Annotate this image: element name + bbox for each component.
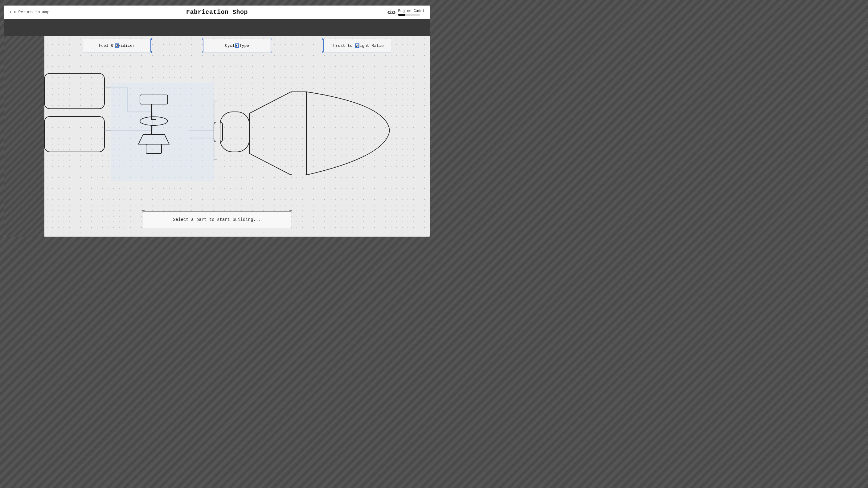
dark-strip	[4, 19, 430, 36]
return-label: < Return to map	[13, 10, 50, 14]
corner-tr	[149, 38, 152, 40]
user-info: Engine Cadet	[398, 9, 425, 16]
svg-rect-12	[214, 122, 222, 142]
tank-bottom	[44, 117, 104, 152]
user-avatar-icon	[387, 9, 396, 16]
corner-br	[149, 51, 152, 53]
main-window: ‹ < Return to map Fabrication Shop Engin…	[4, 5, 430, 237]
engine-diagram	[38, 64, 396, 206]
status-corner-tl	[142, 210, 145, 213]
status-message: Select a part to start building...	[173, 217, 261, 222]
corner-bl	[322, 51, 325, 53]
thrust-weight-box[interactable]: Thrust to Weight Ratio	[323, 39, 391, 53]
svg-rect-13	[291, 92, 306, 175]
tank-top	[44, 73, 104, 109]
back-arrow-icon: ‹	[9, 10, 12, 14]
corner-tl	[202, 38, 205, 40]
corner-tr	[390, 38, 392, 40]
corner-tr	[270, 38, 272, 40]
cycle-type-box[interactable]: Cycle Type	[203, 39, 271, 53]
corner-br	[390, 51, 392, 53]
fuel-oxidizer-label: Fuel & Oxidizer	[99, 43, 135, 48]
corner-br	[270, 51, 272, 53]
corner-tl	[82, 38, 85, 40]
corner-tl	[322, 38, 325, 40]
thrust-weight-label: Thrust to Weight Ratio	[331, 43, 384, 48]
corner-bl	[202, 51, 205, 53]
user-progress-fill	[398, 14, 405, 16]
status-bar: Select a part to start building...	[143, 212, 291, 228]
selection-boxes-container: Fuel & Oxidizer Cycle Type Thrust to Wei…	[44, 39, 430, 53]
svg-point-2	[393, 11, 395, 13]
user-progress-bar	[398, 14, 420, 16]
status-corner-tr	[289, 210, 292, 213]
return-to-map-button[interactable]: ‹ < Return to map	[9, 10, 50, 14]
user-badge: Engine Cadet	[387, 9, 425, 16]
user-name: Engine Cadet	[398, 9, 425, 13]
svg-point-1	[388, 11, 390, 13]
cycle-type-label: Cycle Type	[225, 43, 249, 48]
svg-rect-11	[220, 112, 249, 152]
fuel-oxidizer-box[interactable]: Fuel & Oxidizer	[83, 39, 151, 53]
top-bar: ‹ < Return to map Fabrication Shop Engin…	[4, 5, 430, 19]
svg-rect-4	[111, 83, 214, 181]
corner-bl	[82, 51, 85, 53]
page-title: Fabrication Shop	[186, 9, 248, 16]
